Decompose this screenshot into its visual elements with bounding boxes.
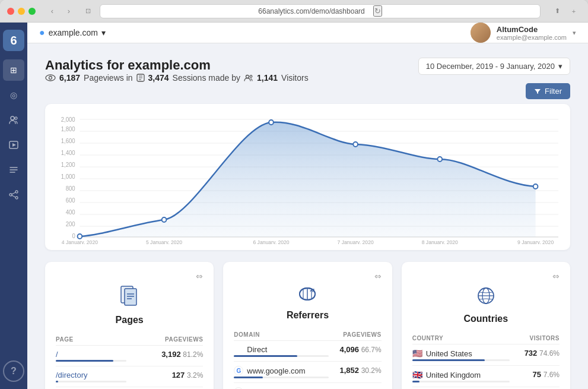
table-row: /dashboard 115 2.9% bbox=[56, 387, 203, 390]
progress-fill bbox=[234, 377, 262, 378]
svg-text:1,200: 1,200 bbox=[61, 162, 76, 168]
google-icon: G bbox=[234, 366, 243, 375]
expand-pages-icon[interactable]: ⇔ bbox=[196, 271, 203, 281]
expand-countries-icon[interactable]: ⇔ bbox=[552, 271, 560, 281]
pageviews-label: Pageviews in bbox=[84, 73, 133, 83]
site-dot-icon: ● bbox=[39, 27, 45, 38]
sidebar-toggle-button[interactable]: ⊡ bbox=[81, 5, 95, 18]
countries-col-country: COUNTRY bbox=[412, 333, 510, 344]
svg-text:8 January, 2020: 8 January, 2020 bbox=[422, 239, 458, 244]
progress-bar bbox=[56, 360, 126, 362]
svg-point-18 bbox=[246, 75, 249, 78]
svg-text:0: 0 bbox=[72, 233, 75, 239]
page-count: 3,192 bbox=[161, 350, 181, 359]
visitors-count: 1,141 bbox=[257, 73, 278, 83]
svg-line-10 bbox=[12, 192, 15, 194]
analytics-header: Analytics for example.com 6,187 Pageview… bbox=[45, 58, 570, 99]
progress-bar bbox=[412, 381, 510, 382]
progress-bar bbox=[234, 377, 329, 378]
referrers-card-title: Referrers bbox=[287, 310, 329, 321]
table-row: 🇺🇸 United States 732 74.6% bbox=[412, 344, 560, 366]
svg-point-8 bbox=[9, 194, 12, 196]
referrer-count: 4,096 bbox=[339, 345, 359, 354]
pages-icon bbox=[120, 286, 139, 311]
flag-icon: 🇬🇧 bbox=[412, 370, 422, 379]
table-row: G www.google.com 1,852 30.2% bbox=[234, 362, 381, 383]
filter-button[interactable]: Filter bbox=[526, 83, 570, 99]
referrers-table: DOMAIN PAGEVIEWS Direct 4,096 66.7% bbox=[234, 329, 381, 389]
country-pct: 74.6% bbox=[539, 349, 560, 358]
sidebar-item-target[interactable]: ◎ bbox=[3, 84, 24, 106]
sidebar-item-reports[interactable] bbox=[3, 159, 24, 181]
date-range-button[interactable]: 10 December, 2019 - 9 January, 2020 ▾ bbox=[418, 58, 570, 75]
svg-text:1,600: 1,600 bbox=[61, 138, 76, 144]
domain-cell: G www.google.com bbox=[234, 366, 329, 375]
visitors-icon bbox=[244, 74, 253, 81]
pages-card-title: Pages bbox=[116, 315, 144, 325]
close-button[interactable] bbox=[7, 8, 14, 15]
user-email: example@example.com bbox=[497, 34, 567, 41]
pages-table: PAGE PAGEVIEWS / 3,192 81.2% /directory bbox=[56, 334, 203, 389]
expand-referrers-icon[interactable]: ⇔ bbox=[374, 271, 382, 281]
sidebar-item-help[interactable]: ? bbox=[3, 360, 24, 382]
address-bar[interactable]: 66analytics.com/demo/dashboard ↻ bbox=[100, 4, 541, 18]
site-selector[interactable]: ● example.com ▾ bbox=[39, 27, 106, 38]
user-dropdown-icon[interactable]: ▾ bbox=[573, 29, 576, 37]
svg-text:200: 200 bbox=[66, 221, 76, 227]
topbar: ● example.com ▾ AltumCode example@exampl… bbox=[27, 23, 588, 43]
sidebar-item-share[interactable] bbox=[3, 184, 24, 205]
new-tab-button[interactable]: + bbox=[567, 5, 581, 18]
url-text: 66analytics.com/demo/dashboard bbox=[258, 7, 364, 15]
sidebar-item-users[interactable] bbox=[3, 109, 24, 131]
sessions-label: Sessions made by bbox=[173, 73, 240, 83]
share-browser-button[interactable]: ⬆ bbox=[550, 5, 564, 18]
reload-button[interactable]: ↻ bbox=[373, 5, 382, 17]
countries-card: ⇔ bbox=[402, 262, 570, 389]
svg-point-12 bbox=[46, 75, 55, 81]
stats-line: 6,187 Pageviews in 3,474 Sessions made b… bbox=[45, 73, 309, 83]
svg-text:6 January, 2020: 6 January, 2020 bbox=[253, 239, 289, 244]
sidebar-item-media[interactable] bbox=[3, 134, 24, 156]
maximize-button[interactable] bbox=[28, 8, 36, 15]
filter-label: Filter bbox=[545, 87, 562, 96]
sessions-count: 3,474 bbox=[148, 73, 169, 83]
svg-text:2,000: 2,000 bbox=[61, 116, 76, 123]
table-row: /directory 127 3.2% bbox=[56, 366, 203, 387]
progress-bar bbox=[412, 359, 510, 361]
svg-point-43 bbox=[162, 217, 167, 222]
svg-point-42 bbox=[78, 234, 82, 239]
referrer-pct: 66.7% bbox=[361, 346, 382, 354]
pageviews-count: 6,187 bbox=[59, 73, 80, 83]
referrers-card: ⇔ bbox=[223, 262, 392, 389]
table-row: 🇬🇧 United Kingdom 75 7.6% bbox=[412, 366, 560, 387]
country-count: 75 bbox=[533, 370, 541, 379]
chart-container: 0 200 400 600 800 1,000 1,200 1,400 1,60… bbox=[45, 104, 570, 250]
flag-icon: 🇺🇸 bbox=[412, 349, 422, 358]
minimize-button[interactable] bbox=[18, 8, 25, 15]
svg-line-11 bbox=[12, 195, 15, 197]
page-path: /directory bbox=[56, 371, 87, 379]
user-text: AltumCode example@example.com bbox=[497, 25, 567, 41]
country-pct: 7.6% bbox=[543, 371, 560, 379]
pages-col-page: PAGE bbox=[56, 334, 126, 346]
analytics-body: Analytics for example.com 6,187 Pageview… bbox=[27, 43, 588, 389]
main-content: ● example.com ▾ AltumCode example@exampl… bbox=[27, 23, 588, 389]
visitors-label: Visitors bbox=[281, 73, 309, 83]
forward-button[interactable]: › bbox=[62, 5, 76, 18]
progress-fill bbox=[412, 359, 485, 361]
domain-name: Direct bbox=[247, 345, 267, 354]
countries-table: COUNTRY VISITORS 🇺🇸 United States 732 74… bbox=[412, 333, 560, 389]
table-row: 🇨🇦 Canada 56 5.7% bbox=[412, 387, 560, 390]
progress-fill bbox=[234, 355, 297, 357]
svg-point-46 bbox=[437, 157, 442, 162]
svg-text:800: 800 bbox=[66, 185, 76, 192]
table-row: Direct 4,096 66.7% bbox=[234, 341, 381, 362]
page-path: / bbox=[56, 350, 58, 359]
countries-card-title: Countries bbox=[463, 314, 508, 324]
sidebar-item-dashboard[interactable]: ⊞ bbox=[3, 59, 24, 81]
pages-card-title-area: Pages bbox=[56, 286, 203, 325]
avatar bbox=[471, 23, 491, 43]
back-button[interactable]: ‹ bbox=[45, 5, 59, 18]
svg-text:1,400: 1,400 bbox=[61, 150, 76, 156]
site-dropdown-icon: ▾ bbox=[101, 28, 106, 37]
